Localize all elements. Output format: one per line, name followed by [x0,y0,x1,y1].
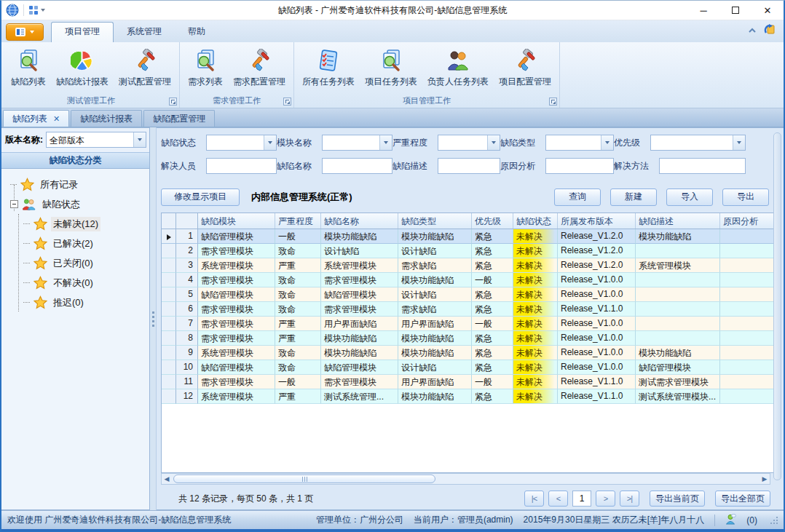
filter-input[interactable] [322,158,392,174]
table-row[interactable]: 12系统管理模块严重测试系统管理...模块功能缺陷紧急未解决Release_V1… [162,389,776,404]
grid-column-header[interactable]: 缺陷描述 [636,213,720,229]
ribbon-button[interactable]: 需求配置管理 [228,47,291,90]
table-row[interactable]: 4需求管理模块致命需求管理模块模块功能缺陷一般未解决Release_V1.0.0 [162,273,776,287]
filter-combobox[interactable] [545,135,614,151]
tree-item-2[interactable]: 未解决(12) [1,214,149,234]
ribbon-button[interactable]: 缺陷统计报表 [51,47,114,90]
ribbon-button[interactable]: 所有任务列表 [297,47,360,90]
filter-input[interactable] [206,158,277,174]
filter-input[interactable] [438,158,500,174]
ribbon-button[interactable]: 测试配置管理 [114,47,176,90]
filter-combobox[interactable] [650,135,746,151]
doc-tab-1[interactable]: 缺陷统计报表 [71,110,142,127]
tree-item-1[interactable]: 缺陷状态 [1,194,149,214]
app-menu-button[interactable] [6,23,44,41]
export-current-page-button[interactable]: 导出当前页 [650,491,705,507]
row-selector-cell[interactable] [162,331,176,346]
table-row[interactable]: 10缺陷管理模块致命缺陷管理模块设计缺陷紧急未解决Release_V1.0.0缺… [162,360,776,375]
grid-column-header[interactable]: 缺陷类型 [398,213,472,229]
row-selector-cell[interactable] [162,273,176,287]
chevron-down-icon[interactable] [264,135,276,150]
grid-column-header[interactable]: 所属发布版本 [558,213,636,229]
maximize-button[interactable] [719,1,752,20]
row-selector-cell[interactable] [162,346,176,360]
chevron-down-icon[interactable] [133,132,146,147]
ribbon-button[interactable]: 需求列表 [183,47,228,90]
row-selector-cell[interactable] [162,389,176,404]
scroll-left-icon[interactable]: ◀ [162,474,172,484]
minimize-button[interactable]: ─ [687,1,719,20]
table-row[interactable]: 3系统管理模块严重系统管理模块需求缺陷紧急未解决Release_V1.2.0系统… [162,258,776,273]
table-row[interactable]: 11需求管理模块一般需求管理模块用户界面缺陷一般未解决Release_V1.1.… [162,375,776,389]
version-combobox[interactable]: 全部版本 [46,132,146,148]
dialog-launcher-icon[interactable] [283,98,291,106]
row-selector-cell[interactable] [162,360,176,375]
ribbon-tab-2[interactable]: 帮助 [175,23,218,42]
row-selector-cell[interactable] [162,287,176,302]
last-page-button[interactable]: >| [620,491,639,507]
horizontal-scrollbar[interactable]: ◀ ▶ [161,473,770,485]
grid-column-header[interactable]: 严重程度 [275,213,321,229]
close-tab-icon[interactable]: ✕ [53,114,60,124]
filter-combobox[interactable] [206,135,277,151]
tree-item-6[interactable]: 推迟(0) [1,293,149,312]
first-page-button[interactable]: |< [524,491,544,507]
action-button-1[interactable]: 新建 [610,188,657,206]
grid-column-header[interactable]: 缺陷名称 [321,213,398,229]
action-button-2[interactable]: 导入 [666,188,713,206]
page-number-input[interactable]: 1 [572,491,591,507]
chevron-down-icon[interactable] [487,135,500,150]
prev-page-button[interactable]: < [548,491,568,507]
modify-columns-button[interactable]: 修改显示项目 [161,188,240,206]
grid-column-header[interactable]: 缺陷状态 [513,213,558,229]
ribbon-tab-1[interactable]: 系统管理 [114,23,175,42]
export-all-pages-button[interactable]: 导出全部页 [715,491,770,507]
help-icon[interactable] [764,23,776,38]
table-row[interactable]: 8需求管理模块严重模块功能缺陷模块功能缺陷紧急未解决Release_V1.0.0 [162,331,776,346]
filter-combobox[interactable] [322,135,392,151]
doc-tab-2[interactable]: 缺陷配置管理 [143,110,215,127]
row-selector-cell[interactable] [162,375,176,389]
resize-grip-icon[interactable] [770,517,778,524]
table-row[interactable]: 9系统管理模块致命模块功能缺陷模块功能缺陷紧急未解决Release_V1.0.0… [162,346,776,360]
action-button-3[interactable]: 导出 [722,188,769,206]
close-button[interactable]: ✕ [752,1,784,20]
grid-column-header[interactable]: 优先级 [472,213,513,229]
table-row[interactable]: 2需求管理模块致命设计缺陷设计缺陷紧急未解决Release_V1.2.0 [162,244,776,258]
chevron-down-icon[interactable] [379,135,392,150]
dialog-launcher-icon[interactable] [169,98,177,106]
row-selector-cell[interactable] [162,229,176,244]
action-button-0[interactable]: 查询 [554,188,601,206]
scroll-right-icon[interactable]: ▶ [760,474,770,484]
dialog-launcher-icon[interactable] [549,98,557,106]
chevron-down-icon[interactable] [601,135,613,150]
table-row[interactable]: 7需求管理模块严重用户界面缺陷用户界面缺陷一般未解决Release_V1.0.0 [162,317,776,331]
collapse-ribbon-icon[interactable] [748,25,757,36]
grid-column-header[interactable]: 缺陷模块 [198,213,275,229]
quick-access-toolbar-icon[interactable] [28,5,45,15]
doc-tab-0[interactable]: 缺陷列表✕ [3,110,69,127]
tree-item-5[interactable]: 不解决(0) [1,273,149,293]
next-page-button[interactable]: > [596,491,615,507]
row-selector-cell[interactable] [162,317,176,331]
row-selector-cell[interactable] [162,244,176,258]
ribbon-tab-0[interactable]: 项目管理 [51,22,114,42]
collapse-node-icon[interactable] [10,200,18,208]
filter-input[interactable] [659,158,746,174]
table-row[interactable]: 1缺陷管理模块一般模块功能缺陷模块功能缺陷紧急未解决Release_V1.2.0… [162,229,776,244]
scrollbar-thumb[interactable] [173,475,435,483]
chevron-down-icon[interactable] [733,135,745,150]
tree-item-0[interactable]: 所有记录 [1,175,149,194]
filter-input[interactable] [545,158,614,174]
ribbon-button[interactable]: 缺陷列表 [6,47,51,90]
grid-column-header[interactable]: 原因分析 [720,213,777,229]
row-selector-cell[interactable] [162,258,176,273]
table-row[interactable]: 6需求管理模块致命需求管理模块需求缺陷紧急未解决Release_V1.1.0 [162,302,776,317]
tree-item-4[interactable]: 已关闭(0) [1,253,149,273]
vertical-scrollbar[interactable] [773,132,781,480]
filter-combobox[interactable] [438,135,500,151]
table-row[interactable]: 5缺陷管理模块致命缺陷管理模块设计缺陷紧急未解决Release_V1.0.0 [162,287,776,302]
row-selector-cell[interactable] [162,302,176,317]
ribbon-button[interactable]: 负责人任务列表 [422,47,494,90]
ribbon-button[interactable]: 项目配置管理 [494,47,556,90]
